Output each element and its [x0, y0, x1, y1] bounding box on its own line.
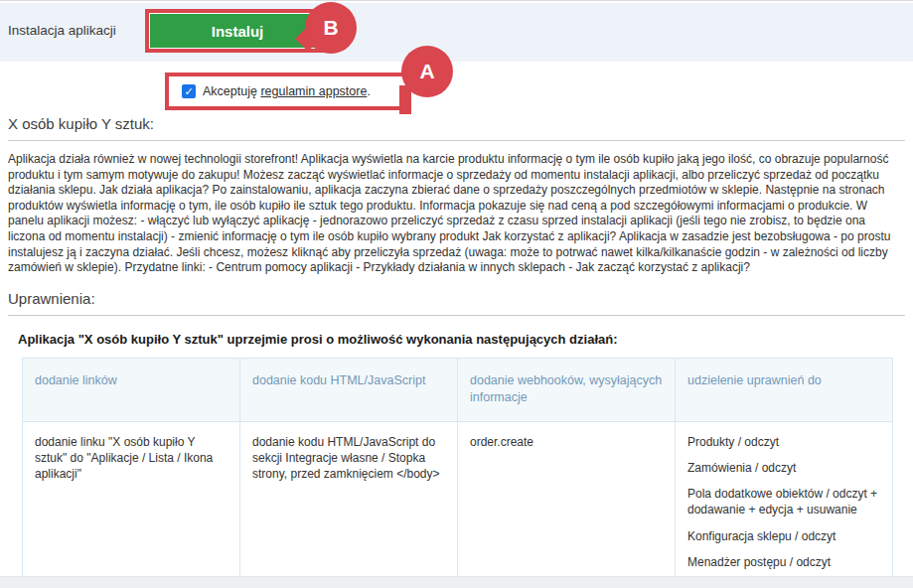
- page-title: Instalacja aplikacji: [8, 23, 116, 38]
- cell-links: dodanie linku "X osób kupiło Y sztuk" do…: [23, 421, 240, 588]
- terms-checkbox[interactable]: ✓: [182, 84, 196, 98]
- install-page: Instalacja aplikacji Instaluj B ✓ Akcept…: [0, 0, 913, 588]
- table-row: dodanie linku "X osób kupiło Y sztuk" do…: [23, 421, 893, 588]
- column-header-rights: udzielenie uprawnień do: [676, 358, 893, 421]
- consent-annotation-box: ✓ Akceptuję regulamin appstore.: [165, 73, 411, 110]
- right-item: Zamówienia / odczyt: [687, 460, 880, 476]
- permissions-table-head: dodanie linków dodanie kodu HTML/JavaScr…: [23, 358, 893, 421]
- cell-rights: Produkty / odczyt Zamówienia / odczyt Po…: [676, 421, 893, 588]
- consent-label-suffix: .: [367, 84, 370, 98]
- consent-label-prefix: Akceptuję: [203, 84, 260, 98]
- permissions-table: dodanie linków dodanie kodu HTML/JavaScr…: [22, 358, 893, 588]
- bottom-divider-strip: [0, 576, 913, 588]
- right-item: Produkty / odczyt: [687, 434, 880, 450]
- column-header-links: dodanie linków: [23, 358, 240, 421]
- appstore-terms-link[interactable]: regulamin appstore: [260, 84, 367, 98]
- checkmark-icon: ✓: [184, 86, 193, 97]
- right-item: Menadżer postępu / odczyt: [687, 554, 880, 570]
- page-header-bar: Instalacja aplikacji: [0, 3, 913, 62]
- right-item: Konfiguracja sklepu / odczyt: [687, 528, 880, 544]
- right-item: Pola dodatkowe obiektów / odczyt + dodaw…: [687, 486, 880, 517]
- consent-row-spacer: [0, 62, 913, 115]
- column-header-html-js: dodanie kodu HTML/JavaScript: [240, 358, 458, 421]
- badge-b: B: [305, 2, 357, 54]
- cell-webhooks: order.create: [458, 421, 676, 588]
- permissions-section-heading: Uprawnienia:: [8, 290, 905, 316]
- table-header-row: dodanie linków dodanie kodu HTML/JavaScr…: [23, 358, 893, 421]
- consent-label: Akceptuję regulamin appstore.: [203, 84, 371, 98]
- permissions-request-line: Aplikacja "X osób kupiło Y sztuk" uprzej…: [18, 332, 893, 347]
- permissions-table-body: dodanie linku "X osób kupiło Y sztuk" do…: [23, 421, 893, 588]
- app-section-heading: X osób kupiło Y sztuk:: [8, 115, 905, 141]
- app-description: Aplikacja działa również w nowej technol…: [8, 152, 905, 276]
- column-header-webhooks: dodanie webhooków, wysyłających informac…: [458, 358, 676, 421]
- badge-a: A: [401, 46, 453, 97]
- cell-html-js: dodanie kodu HTML/JavaScript do sekcji I…: [240, 421, 458, 588]
